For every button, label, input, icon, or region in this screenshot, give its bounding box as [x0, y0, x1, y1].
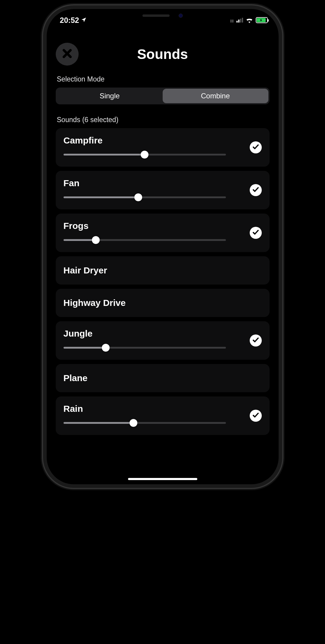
charging-bolt-icon [259, 18, 263, 22]
home-indicator[interactable] [128, 478, 197, 480]
sound-row[interactable]: Fan [56, 171, 270, 209]
wifi-icon [245, 17, 253, 23]
sound-row[interactable]: Rain [56, 396, 270, 435]
slider-thumb[interactable] [130, 419, 137, 427]
sound-row[interactable]: Jungle [56, 321, 270, 360]
status-time: 20:52 [60, 16, 79, 25]
slider-thumb[interactable] [134, 193, 142, 201]
selected-check[interactable] [250, 334, 262, 347]
slider-thumb[interactable] [102, 344, 110, 352]
sound-name: Frogs [64, 221, 262, 231]
segment-label: Combine [201, 92, 230, 100]
cell-signal-icon [236, 18, 243, 23]
selected-check[interactable] [250, 227, 262, 239]
slider-thumb[interactable] [92, 236, 100, 244]
sound-name: Fan [64, 178, 262, 188]
segment-single[interactable]: Single [57, 89, 163, 103]
selected-check[interactable] [250, 410, 262, 422]
slider-thumb[interactable] [141, 151, 148, 159]
sound-row[interactable]: Highway Drive [56, 289, 270, 317]
sound-row[interactable]: Hair Dryer [56, 256, 270, 285]
sound-name: Campfire [64, 135, 262, 146]
selection-mode-label: Selection Mode [57, 75, 270, 83]
check-icon [252, 336, 259, 345]
sound-name: Plane [64, 373, 262, 383]
sound-name: Highway Drive [64, 298, 262, 308]
front-camera [179, 14, 183, 18]
sound-name: Hair Dryer [64, 265, 262, 276]
check-icon [252, 186, 259, 194]
sound-row[interactable]: Plane [56, 364, 270, 392]
segment-combine[interactable]: Combine [163, 89, 268, 103]
sound-list: CampfireFanFrogsHair DryerHighway DriveJ… [56, 128, 270, 435]
page-header: Sounds [56, 42, 270, 66]
check-icon [252, 229, 259, 237]
volume-slider[interactable] [64, 419, 226, 427]
app-screen: Sounds Selection Mode Single Combine Sou… [47, 9, 279, 484]
volume-slider[interactable] [64, 151, 226, 158]
volume-slider[interactable] [64, 344, 226, 351]
segment-label: Single [100, 92, 120, 100]
notch [114, 9, 211, 22]
close-icon [61, 48, 73, 60]
speaker-grille [142, 14, 170, 17]
location-icon [81, 16, 87, 25]
sound-name: Jungle [64, 328, 262, 339]
sounds-section-label: Sounds (6 selected) [57, 116, 270, 124]
battery-icon [256, 17, 268, 23]
secondary-signal-icon [230, 18, 233, 23]
check-icon [252, 411, 259, 420]
volume-slider[interactable] [64, 236, 226, 244]
sound-row[interactable]: Frogs [56, 214, 270, 252]
check-icon [252, 143, 259, 152]
selection-mode-segmented-control[interactable]: Single Combine [56, 88, 270, 104]
device-frame: 20:52 [47, 9, 279, 484]
selected-check[interactable] [250, 184, 262, 196]
sound-name: Rain [64, 404, 262, 414]
volume-slider[interactable] [64, 194, 226, 201]
close-button[interactable] [56, 43, 79, 66]
sound-row[interactable]: Campfire [56, 128, 270, 167]
selected-check[interactable] [250, 141, 262, 153]
page-title: Sounds [137, 46, 188, 62]
